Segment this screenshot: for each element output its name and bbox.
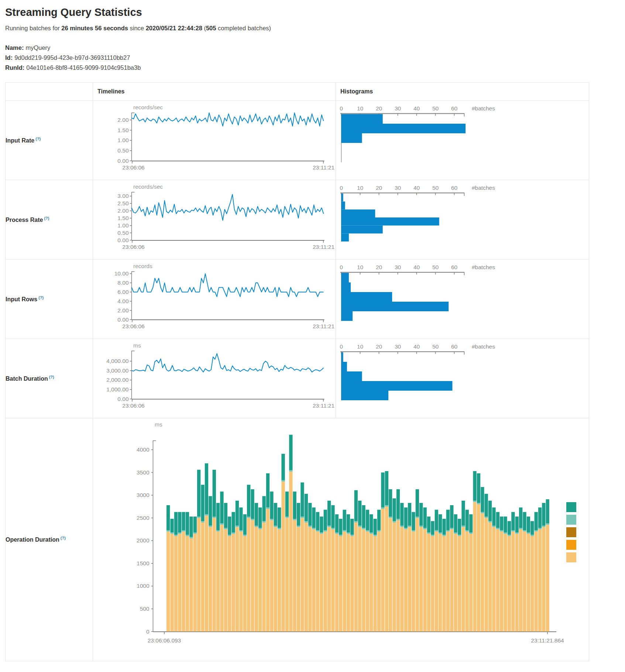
bar-bottom-segment	[255, 527, 258, 631]
bar-bottom-segment	[324, 532, 327, 632]
bar-bottom-segment	[400, 527, 403, 631]
bar-top-segment	[251, 489, 254, 519]
bar-bottom-segment	[174, 536, 178, 632]
bar-bottom-segment	[247, 518, 250, 632]
bar-top-segment	[530, 521, 534, 535]
bar-top-segment	[538, 507, 542, 528]
histogram-cell: 0102030405060#batches	[336, 260, 589, 339]
input-rate-timeline-chart: records/sec2.001.501.000.500.0023:06:062…	[93, 101, 336, 180]
bar-middle-segment	[439, 532, 442, 534]
unit-label: records/sec	[133, 104, 163, 110]
bar-top-segment	[213, 470, 216, 517]
bar-bottom-segment	[224, 529, 227, 632]
bar-top-segment	[469, 514, 473, 532]
help-icon[interactable]: (?)	[38, 295, 44, 300]
bar-top-segment	[392, 498, 396, 521]
timeline-line	[132, 354, 324, 372]
query-runid-value: 04e101e6-8bf8-4165-9099-9104c951ba3b	[26, 64, 141, 71]
help-icon[interactable]: (?)	[61, 536, 66, 540]
bar-middle-segment	[370, 532, 373, 534]
bar-bottom-segment	[343, 532, 346, 632]
statistics-table-body: Input Rate(?) records/sec2.001.501.000.5…	[6, 101, 589, 661]
bar-bottom-segment	[488, 522, 492, 632]
bar-bottom-segment	[408, 527, 411, 631]
bar-middle-segment	[193, 532, 197, 534]
corner-header	[6, 83, 93, 101]
bar-middle-segment	[504, 532, 507, 534]
bar-middle-segment	[166, 530, 170, 532]
help-icon[interactable]: (?)	[49, 375, 54, 379]
hist-tick-label: 0	[340, 185, 343, 191]
bar-middle-segment	[301, 517, 304, 518]
bar-top-segment	[419, 503, 423, 526]
bar-top-segment	[339, 519, 342, 535]
bar-middle-segment	[354, 521, 358, 522]
bar-top-segment	[366, 510, 369, 530]
y-tick-label: 1.00	[117, 137, 129, 143]
bar-bottom-segment	[446, 532, 450, 632]
histogram-bar	[341, 217, 439, 226]
legend-swatch	[566, 552, 576, 562]
bar-middle-segment	[170, 532, 174, 534]
bar-middle-segment	[186, 535, 189, 536]
bar-top-segment	[170, 519, 174, 532]
bar-top-segment	[466, 510, 469, 530]
help-icon[interactable]: (?)	[35, 137, 41, 141]
bar-middle-segment	[236, 526, 239, 527]
bar-bottom-segment	[492, 527, 495, 631]
y-tick-label: 8.00	[117, 280, 129, 286]
bar-top-segment	[220, 491, 223, 523]
query-name-label: Name:	[5, 44, 24, 51]
bar-top-segment	[508, 521, 511, 535]
bar-middle-segment	[258, 528, 262, 529]
bar-bottom-segment	[281, 481, 285, 631]
hist-tick-label: 50	[432, 343, 439, 350]
bar-bottom-segment	[297, 527, 300, 631]
bar-middle-segment	[247, 517, 250, 518]
bar-bottom-segment	[366, 532, 369, 632]
bar-top-segment	[308, 503, 312, 526]
y-tick-label: 1,000.00	[106, 386, 129, 392]
bar-top-segment	[305, 494, 308, 521]
process-rate-timeline-chart: records/sec3.002.502.001.501.000.500.002…	[93, 180, 336, 259]
help-icon[interactable]: (?)	[44, 216, 49, 220]
bar-middle-segment	[481, 512, 484, 514]
summary-start-time: 2020/05/21 22:44:28	[146, 25, 202, 31]
hist-tick-label: 30	[395, 185, 401, 191]
bar-bottom-segment	[274, 527, 277, 631]
bar-middle-segment	[197, 517, 200, 518]
query-name-value: myQuery	[25, 44, 50, 51]
bar-middle-segment	[339, 535, 342, 536]
hist-tick-label: 0	[340, 105, 343, 112]
bar-middle-segment	[324, 530, 327, 532]
bar-top-segment	[178, 512, 181, 532]
bar-bottom-segment	[477, 504, 480, 632]
hist-tick-label: 50	[432, 185, 439, 191]
x-start-label: 23:06:06	[122, 244, 144, 250]
bar-top-segment	[247, 485, 250, 517]
bar-middle-segment	[224, 528, 227, 529]
operation-duration-row: Operation Duration(?) ms4000350030002500…	[6, 418, 589, 661]
bar-top-segment	[427, 517, 430, 532]
histogram-bar	[341, 193, 343, 202]
histogram-bar	[341, 133, 362, 143]
bar-bottom-segment	[178, 534, 181, 632]
bar-middle-segment	[350, 535, 354, 536]
bar-bottom-segment	[535, 532, 538, 632]
bar-middle-segment	[293, 519, 296, 520]
bar-middle-segment	[381, 507, 384, 509]
bar-top-segment	[404, 507, 408, 528]
bar-top-segment	[189, 517, 193, 537]
header-row: Timelines Histograms	[6, 83, 589, 101]
bar-top-segment	[511, 512, 515, 530]
bar-top-segment	[182, 512, 185, 530]
query-runid-row: RunId:04e101e6-8bf8-4165-9099-9104c951ba…	[5, 63, 625, 73]
bar-top-segment	[454, 514, 457, 532]
y-tick-label: 1.50	[117, 127, 129, 133]
bar-bottom-segment	[339, 536, 342, 632]
bar-bottom-segment	[485, 518, 488, 632]
histogram-bars	[341, 273, 449, 321]
running-batches-summary: Running batches for 26 minutes 56 second…	[5, 25, 625, 32]
bar-bottom-segment	[481, 513, 484, 631]
histogram-bar	[341, 226, 383, 234]
